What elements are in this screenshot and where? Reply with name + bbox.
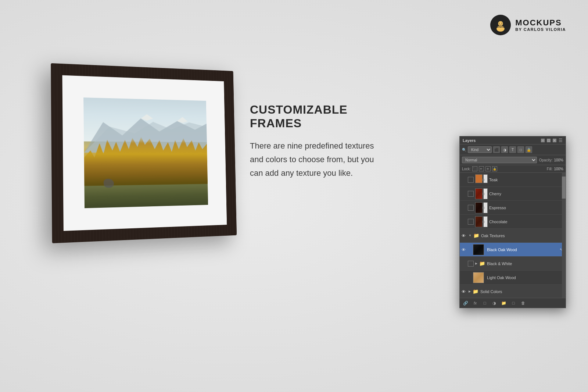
- layer-checkbox[interactable]: [468, 205, 474, 211]
- frame-outer: [51, 63, 237, 243]
- lock-position-button[interactable]: ✛: [485, 166, 491, 171]
- layer-row[interactable]: Light Oak Wood: [460, 271, 566, 285]
- group-row[interactable]: ▶ 📁 Black & White: [460, 257, 566, 271]
- svg-point-1: [496, 26, 505, 32]
- layer-thumbnail: ⛓: [475, 188, 488, 199]
- lock-image-button[interactable]: ✏: [479, 166, 484, 171]
- lock-transparent-button[interactable]: ⬛: [472, 166, 477, 171]
- svg-point-4: [501, 23, 502, 24]
- chain-icon: ⛓: [482, 178, 485, 181]
- delete-layer-button[interactable]: 🗑: [519, 300, 527, 306]
- layer-name: Cherry: [489, 192, 564, 196]
- link-layers-button[interactable]: 🔗: [462, 300, 469, 306]
- filter-adjustment-button[interactable]: ◑: [501, 146, 508, 153]
- new-layer-button[interactable]: □: [510, 300, 517, 306]
- layer-thumbnail: ⛓: [475, 202, 488, 213]
- filter-text-button[interactable]: T: [509, 146, 516, 153]
- maximize-button[interactable]: □: [547, 139, 551, 142]
- eye-icon[interactable]: [460, 201, 467, 215]
- layer-name: Black Oak Wood: [487, 247, 559, 252]
- add-mask-button[interactable]: □: [481, 300, 488, 306]
- blend-mode-select[interactable]: Normal: [462, 157, 537, 163]
- logo-area: MOCKUPS BY CARLOS VILORIA: [490, 15, 566, 35]
- lock-row: Lock: ⬛ ✏ ✛ 🔒 Fill: 100%: [460, 165, 566, 173]
- scrollbar[interactable]: [562, 173, 566, 298]
- logo-title: MOCKUPS: [515, 18, 566, 27]
- titlebar-controls: − □ × ☰: [541, 138, 563, 143]
- folder-icon: 📁: [473, 289, 478, 294]
- minimize-button[interactable]: −: [541, 139, 545, 142]
- group-row[interactable]: 👁 ▶ 📁 Solid Colors: [460, 285, 566, 298]
- layers-list: ⛓ Teak ⛓ Cherry ⛓ Espresso: [460, 173, 566, 298]
- layer-row[interactable]: ⛓ Chocolate: [460, 215, 566, 229]
- panel-bottom-bar: 🔗 fx □ ◑ 📁 □ 🗑: [460, 298, 566, 308]
- chain-icon: ⛓: [482, 192, 485, 195]
- panel-menu-button[interactable]: ☰: [559, 138, 563, 143]
- eye-icon[interactable]: [460, 257, 467, 271]
- search-icon: 🔍: [462, 148, 466, 152]
- headline-line1: CUSTOMIZABLE: [250, 103, 348, 116]
- kind-select[interactable]: Kind: [468, 146, 492, 153]
- adjustment-button[interactable]: ◑: [491, 300, 498, 306]
- opacity-row: Opacity: 100%: [539, 158, 563, 162]
- layer-thumbnail: ⛓: [475, 174, 488, 185]
- layer-checkbox[interactable]: [468, 191, 474, 197]
- close-button[interactable]: ×: [553, 139, 556, 142]
- eye-icon[interactable]: 👁: [460, 243, 467, 257]
- filter-shape-button[interactable]: □: [517, 146, 524, 153]
- group-button[interactable]: 📁: [500, 300, 508, 306]
- rock: [104, 179, 114, 188]
- eye-icon[interactable]: 👁: [460, 229, 467, 243]
- layer-name: Light Oak Wood: [487, 275, 564, 280]
- ground-layer: [84, 184, 208, 208]
- layer-row[interactable]: ⛓ Teak: [460, 173, 566, 187]
- lock-all-button[interactable]: 🔒: [492, 166, 497, 171]
- fill-label: Fill:: [547, 167, 553, 171]
- group-name: Oak Textures: [481, 234, 564, 238]
- eye-icon[interactable]: 👁: [460, 285, 467, 298]
- filter-smart-button[interactable]: 🔒: [526, 146, 532, 153]
- chain-icon: ⛓: [482, 206, 485, 209]
- group-row[interactable]: 👁 ▼ 📁 Oak Textures: [460, 229, 566, 243]
- frame-photo: [83, 97, 208, 208]
- layer-checkbox[interactable]: [468, 261, 474, 267]
- logo-text: MOCKUPS BY CARLOS VILORIA: [515, 18, 566, 32]
- frame-mockup: [29, 48, 272, 283]
- layer-thumbnail: [473, 244, 485, 255]
- logo-subtitle: BY CARLOS VILORIA: [515, 27, 566, 32]
- layer-checkbox[interactable]: [468, 219, 474, 225]
- folder-icon: 📁: [479, 261, 485, 266]
- layer-name: Espresso: [489, 206, 564, 210]
- group-name: Solid Colors: [480, 289, 564, 294]
- blending-row: Normal Opacity: 100%: [460, 155, 566, 165]
- logo-icon: [490, 15, 511, 35]
- layer-thumbnail: [473, 272, 485, 283]
- eye-icon[interactable]: [460, 271, 467, 285]
- eye-icon[interactable]: [460, 215, 467, 229]
- frame-mat: [62, 75, 227, 231]
- group-name: Black & White: [487, 261, 564, 266]
- layer-row[interactable]: 👁 Black Oak Wood ↖: [460, 243, 566, 257]
- layer-thumbnail: ⛓: [475, 216, 488, 227]
- layer-name: Teak: [489, 178, 564, 182]
- opacity-value: 100%: [554, 158, 563, 162]
- layer-row[interactable]: ⛓ Cherry: [460, 187, 566, 201]
- group-arrow-icon: ▶: [475, 262, 477, 265]
- headline: CUSTOMIZABLE FRAMES: [250, 103, 382, 130]
- svg-point-3: [499, 23, 500, 24]
- layer-row[interactable]: ⛓ Espresso: [460, 201, 566, 215]
- layers-panel: Layers − □ × ☰ 🔍 Kind ⬛ ◑ T □ 🔒 Normal O…: [459, 136, 566, 308]
- filter-pixel-button[interactable]: ⬛: [493, 146, 500, 153]
- layer-checkbox[interactable]: [468, 177, 474, 183]
- eye-icon[interactable]: [460, 187, 467, 201]
- layer-name: Chocolate: [489, 220, 564, 224]
- fill-value: 100%: [554, 167, 563, 171]
- fx-button[interactable]: fx: [472, 300, 479, 306]
- panel-titlebar: Layers − □ × ☰: [460, 136, 566, 145]
- panel-title: Layers: [463, 138, 476, 143]
- lock-label: Lock:: [462, 167, 471, 171]
- content-area: CUSTOMIZABLE FRAMES There are nine prede…: [250, 103, 382, 180]
- eye-icon[interactable]: [460, 173, 467, 187]
- scrollbar-thumb[interactable]: [562, 177, 566, 199]
- chain-icon: ⛓: [482, 220, 485, 223]
